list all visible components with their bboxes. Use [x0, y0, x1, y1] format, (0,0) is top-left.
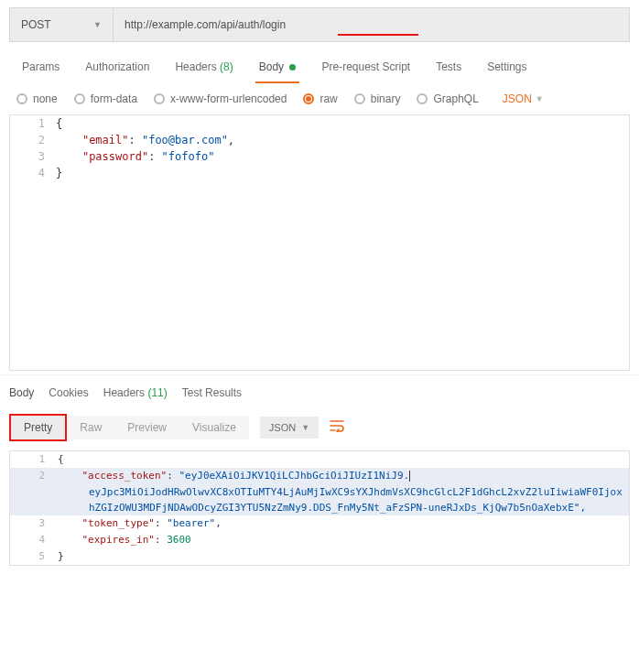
- url-text: http://example.com/api/auth/login: [125, 18, 286, 31]
- response-view-bar: Pretty Raw Preview Visualize JSON ▼: [0, 406, 639, 450]
- code-line: {: [56, 115, 629, 132]
- code-line: "email": "foo@bar.com",: [56, 132, 629, 148]
- line-number: 2: [10, 468, 56, 484]
- resp-tab-body[interactable]: Body: [9, 386, 34, 399]
- chevron-down-icon: ▼: [301, 423, 309, 432]
- content-type-value: JSON: [503, 92, 532, 105]
- chevron-down-icon: ▼: [93, 20, 102, 29]
- line-number: 1: [10, 451, 56, 468]
- annotation-box: Pretty: [9, 414, 67, 441]
- tab-params[interactable]: Params: [9, 55, 72, 82]
- radio-label: GraphQL: [433, 92, 478, 105]
- radio-label: none: [33, 92, 58, 105]
- http-method-select[interactable]: POST ▼: [9, 7, 114, 42]
- code-line: eyJpc3MiOiJodHRwOlwvXC8xOTIuMTY4LjAuMjIw…: [56, 484, 629, 500]
- response-body-editor[interactable]: 1 { 2 "access_token": "eyJ0eXAiOiJKV1QiL…: [9, 450, 630, 566]
- annotation-underline: [338, 34, 418, 36]
- code-line: "expires_in": 3600: [56, 532, 629, 548]
- code-line: "token_type": "bearer",: [56, 515, 629, 532]
- view-raw-button[interactable]: Raw: [67, 416, 114, 439]
- url-input[interactable]: http://example.com/api/auth/login: [114, 7, 630, 42]
- line-number: 4: [10, 165, 56, 181]
- tab-body-label: Body: [259, 60, 284, 73]
- body-type-form-data[interactable]: form-data: [74, 92, 137, 105]
- tab-settings[interactable]: Settings: [474, 55, 539, 82]
- code-line: }: [56, 165, 629, 181]
- resp-tab-cookies[interactable]: Cookies: [49, 386, 88, 399]
- body-type-x-www[interactable]: x-www-form-urlencoded: [154, 92, 287, 105]
- format-value: JSON: [269, 422, 296, 433]
- resp-tab-test-results[interactable]: Test Results: [182, 386, 242, 399]
- body-type-none[interactable]: none: [16, 92, 58, 105]
- radio-icon: [154, 93, 165, 104]
- line-number: 1: [10, 115, 56, 132]
- body-indicator-dot: [289, 64, 296, 70]
- resp-tab-headers-count: (11): [147, 386, 167, 399]
- line-number: 4: [10, 532, 56, 548]
- tab-authorization[interactable]: Authorization: [72, 55, 162, 82]
- body-type-graphql[interactable]: GraphQL: [417, 92, 478, 105]
- body-type-raw[interactable]: raw: [303, 92, 337, 105]
- resp-tab-headers[interactable]: Headers (11): [103, 386, 168, 399]
- request-bar: POST ▼ http://example.com/api/auth/login: [9, 7, 630, 42]
- radio-label: binary: [371, 92, 401, 105]
- line-wrap-icon[interactable]: [328, 419, 348, 436]
- tab-headers-label: Headers: [175, 60, 216, 73]
- line-number: [10, 484, 56, 500]
- text-cursor: [409, 471, 410, 482]
- content-type-select[interactable]: JSON ▼: [503, 92, 544, 105]
- radio-icon: [303, 93, 314, 104]
- chevron-down-icon: ▼: [536, 94, 544, 103]
- tab-body[interactable]: Body: [246, 55, 309, 82]
- view-preview-button[interactable]: Preview: [114, 416, 179, 439]
- line-number: 3: [10, 148, 56, 165]
- code-line: }: [56, 548, 629, 565]
- tab-headers[interactable]: Headers (8): [162, 55, 245, 82]
- radio-icon: [74, 93, 85, 104]
- code-line: hZGIzOWU3MDFjNDAwODcyZGI3YTU5NzZmNy9.DDS…: [56, 500, 629, 515]
- line-number: 5: [10, 548, 56, 565]
- request-tabs: Params Authorization Headers (8) Body Pr…: [0, 42, 639, 83]
- line-number: 2: [10, 132, 56, 148]
- code-line: "password": "fofofo": [56, 148, 629, 165]
- view-visualize-button[interactable]: Visualize: [179, 416, 249, 439]
- request-body-editor[interactable]: 1 { 2 "email": "foo@bar.com", 3 "passwor…: [9, 114, 630, 371]
- resp-tab-headers-label: Headers: [103, 386, 145, 399]
- line-number: 3: [10, 515, 56, 532]
- radio-icon: [417, 93, 428, 104]
- radio-label: x-www-form-urlencoded: [170, 92, 287, 105]
- tab-prerequest[interactable]: Pre-request Script: [309, 55, 423, 82]
- body-type-binary[interactable]: binary: [354, 92, 401, 105]
- radio-icon: [354, 93, 365, 104]
- radio-label: raw: [320, 92, 337, 105]
- response-format-select[interactable]: JSON ▼: [260, 417, 319, 439]
- view-pretty-button[interactable]: Pretty: [11, 416, 65, 439]
- code-line: "access_token": "eyJ0eXAiOiJKV1QiLCJhbGc…: [56, 468, 629, 484]
- body-type-options: none form-data x-www-form-urlencoded raw…: [0, 83, 639, 114]
- tab-headers-count: (8): [220, 60, 233, 73]
- response-tabs: Body Cookies Headers (11) Test Results: [0, 374, 639, 406]
- line-number: [10, 500, 56, 515]
- tab-tests[interactable]: Tests: [423, 55, 474, 82]
- http-method-value: POST: [21, 18, 51, 31]
- radio-label: form-data: [91, 92, 137, 105]
- code-line: {: [56, 451, 629, 468]
- radio-icon: [16, 93, 27, 104]
